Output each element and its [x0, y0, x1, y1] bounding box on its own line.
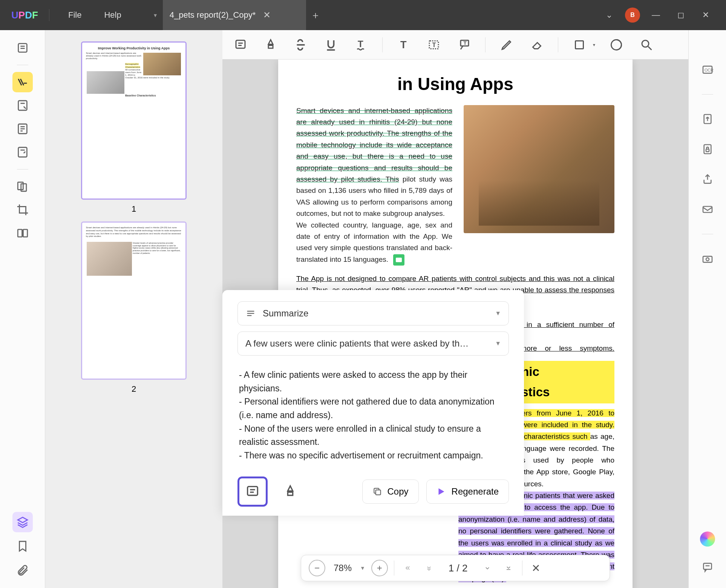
- app-logo: UPDF: [0, 9, 41, 21]
- thumbnail-number: 1: [81, 204, 187, 214]
- page-indicator[interactable]: 1 / 2: [443, 562, 474, 574]
- document-image: [464, 105, 614, 233]
- ai-mode-label: Summarize: [263, 308, 488, 319]
- svg-rect-42: [703, 563, 711, 569]
- minimize-button[interactable]: —: [647, 6, 665, 24]
- zoom-level[interactable]: 78%: [331, 563, 354, 573]
- ai-assistant-icon[interactable]: [700, 531, 715, 547]
- comment-panel-icon[interactable]: [698, 558, 717, 577]
- stamp-tool-icon[interactable]: [607, 36, 625, 54]
- organize-pages-icon[interactable]: [12, 176, 33, 197]
- svg-text:T: T: [400, 39, 407, 50]
- text-tool-icon[interactable]: T: [395, 36, 413, 54]
- protect-icon[interactable]: [698, 140, 717, 159]
- close-bar-button[interactable]: ✕: [528, 561, 544, 576]
- svg-rect-14: [236, 40, 245, 48]
- strikethrough-tool-icon[interactable]: [292, 36, 310, 54]
- attachment-icon[interactable]: [12, 560, 33, 580]
- svg-rect-30: [248, 487, 258, 495]
- callout-tool-icon[interactable]: T: [455, 36, 473, 54]
- first-page-button[interactable]: [400, 561, 415, 576]
- shape-dropdown-icon[interactable]: ▾: [593, 42, 595, 47]
- search-icon[interactable]: [637, 36, 656, 54]
- right-sidebar: OCR: [688, 30, 726, 588]
- svg-rect-13: [23, 229, 27, 237]
- sticky-note-button[interactable]: [237, 477, 268, 507]
- shape-tool-icon[interactable]: [570, 36, 588, 54]
- next-page-button[interactable]: [480, 561, 495, 576]
- screenshot-icon[interactable]: [698, 249, 717, 268]
- svg-point-25: [642, 40, 649, 47]
- svg-text:T: T: [358, 39, 363, 49]
- layers-icon[interactable]: [12, 512, 33, 532]
- svg-text:T: T: [432, 41, 436, 48]
- svg-rect-38: [706, 149, 709, 152]
- tab-menu-icon[interactable]: ▾: [148, 0, 163, 30]
- chevron-down-icon: ▼: [495, 310, 501, 317]
- body-text: Smart devices and internet-based applica…: [296, 105, 452, 266]
- annotation-toolbar: T T T T ▾: [222, 30, 688, 60]
- user-avatar[interactable]: B: [625, 8, 640, 23]
- prev-page-button[interactable]: [421, 561, 437, 576]
- zoom-in-button[interactable]: +: [371, 560, 388, 576]
- squiggly-tool-icon[interactable]: T: [352, 36, 370, 54]
- svg-rect-9: [18, 147, 27, 157]
- reader-mode-icon[interactable]: [12, 38, 33, 58]
- chevron-down-icon[interactable]: ⌄: [600, 6, 618, 24]
- crop-tool-icon[interactable]: [12, 200, 33, 220]
- svg-rect-23: [576, 41, 584, 49]
- ai-mode-select[interactable]: Summarize ▼: [237, 301, 509, 325]
- eraser-tool-icon[interactable]: [528, 36, 546, 54]
- document-tab[interactable]: 4_pets report(2)_Copy* ✕: [163, 0, 306, 30]
- ai-summary-panel: Summarize ▼ A few users were clinic pati…: [222, 290, 524, 516]
- email-icon[interactable]: [698, 200, 717, 219]
- ai-source-text: A few users were clinic patients that we…: [245, 338, 488, 349]
- copy-button[interactable]: Copy: [362, 480, 419, 504]
- titlebar: UPDF File Help ▾ 4_pets report(2)_Copy* …: [0, 0, 726, 30]
- edit-text-icon[interactable]: [12, 95, 33, 116]
- export-icon[interactable]: [698, 110, 717, 128]
- help-menu[interactable]: Help: [93, 10, 132, 20]
- form-tool-icon[interactable]: [12, 142, 33, 162]
- zoom-out-button[interactable]: −: [309, 560, 325, 576]
- comment-tool-icon[interactable]: [12, 72, 33, 92]
- regenerate-button[interactable]: Regenerate: [426, 480, 509, 504]
- svg-rect-39: [703, 206, 712, 212]
- ocr-icon[interactable]: OCR: [698, 60, 717, 79]
- thumbnail-page-2[interactable]: Smart devices and internet-based applica…: [81, 221, 187, 380]
- svg-rect-33: [375, 490, 380, 495]
- note-tool-icon[interactable]: [231, 36, 250, 54]
- close-window-button[interactable]: ✕: [697, 6, 715, 24]
- zoom-navigation-bar: − 78% ▼ + 1 / 2 ✕: [301, 555, 610, 581]
- thumbnail-number: 2: [81, 384, 187, 394]
- svg-text:T: T: [464, 40, 467, 46]
- new-tab-button[interactable]: ＋: [306, 0, 325, 30]
- left-sidebar: [0, 30, 45, 588]
- svg-point-41: [706, 258, 709, 261]
- thumbnail-page-1[interactable]: Improve Working Productivity in Using Ap…: [81, 41, 187, 200]
- maximize-button[interactable]: ◻: [672, 6, 690, 24]
- comment-marker-icon[interactable]: [393, 254, 404, 266]
- pencil-tool-icon[interactable]: [498, 36, 516, 54]
- compare-icon[interactable]: [12, 223, 33, 243]
- tab-title: 4_pets report(2)_Copy*: [170, 10, 256, 20]
- page-title: in Using Apps: [296, 75, 614, 94]
- file-menu[interactable]: File: [57, 10, 93, 20]
- svg-rect-40: [703, 256, 712, 262]
- textbox-tool-icon[interactable]: T: [425, 36, 443, 54]
- main-document-area: T T T T ▾ in Using Apps Smart devices an…: [222, 30, 688, 588]
- svg-text:OCR: OCR: [705, 68, 714, 72]
- svg-rect-12: [18, 229, 22, 237]
- underline-tool-icon[interactable]: [322, 36, 340, 54]
- chevron-down-icon: ▼: [495, 340, 501, 347]
- share-icon[interactable]: [698, 170, 717, 189]
- chevron-down-icon[interactable]: ▼: [360, 565, 365, 571]
- tab-close-icon[interactable]: ✕: [263, 10, 271, 20]
- last-page-button[interactable]: [501, 561, 516, 576]
- bookmark-icon[interactable]: [12, 536, 33, 556]
- highlight-tool-icon[interactable]: [262, 36, 280, 54]
- highlight-output-button[interactable]: [275, 477, 305, 507]
- page-tools-icon[interactable]: [12, 119, 33, 139]
- ai-summary-output: - A few clinic patients were asked to ac…: [237, 362, 509, 469]
- ai-source-select[interactable]: A few users were clinic patients that we…: [237, 331, 509, 356]
